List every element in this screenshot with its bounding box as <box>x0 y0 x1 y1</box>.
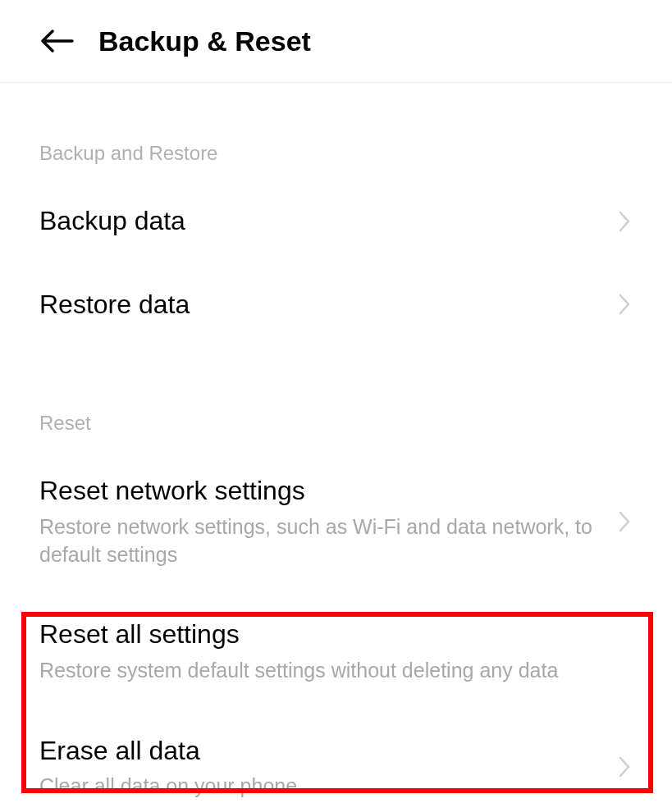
list-item-title: Restore data <box>39 288 606 322</box>
page-header: Backup & Reset <box>0 0 672 83</box>
list-item-text: Restore data <box>39 288 616 322</box>
list-item-title: Reset all settings <box>39 618 623 652</box>
list-item-title: Reset network settings <box>39 474 606 509</box>
back-button[interactable] <box>39 23 75 59</box>
list-item-restore-data[interactable]: Restore data <box>0 263 672 347</box>
list-item-reset-all[interactable]: Reset all settings Restore system defaul… <box>0 593 672 709</box>
section-header-reset: Reset <box>0 412 672 449</box>
list-item-text: Reset all settings Restore system defaul… <box>39 618 633 684</box>
chevron-right-icon <box>616 507 633 536</box>
chevron-right-icon <box>616 752 633 782</box>
list-item-reset-network[interactable]: Reset network settings Restore network s… <box>0 449 672 593</box>
list-item-subtitle: Restore system default settings without … <box>39 657 623 685</box>
list-item-text: Backup data <box>39 204 616 239</box>
chevron-right-icon <box>616 290 633 319</box>
list-item-erase-all[interactable]: Erase all data Clear all data on your ph… <box>0 709 672 812</box>
list-item-subtitle: Restore network settings, such as Wi-Fi … <box>39 513 606 569</box>
list-item-backup-data[interactable]: Backup data <box>0 180 672 263</box>
arrow-left-icon <box>41 30 74 52</box>
page-title: Backup & Reset <box>98 25 311 57</box>
chevron-right-icon <box>616 207 633 236</box>
list-item-text: Erase all data Clear all data on your ph… <box>39 734 616 801</box>
list-item-title: Backup data <box>39 204 606 239</box>
list-item-subtitle: Clear all data on your phone <box>39 773 606 801</box>
list-item-title: Erase all data <box>39 734 606 769</box>
list-item-text: Reset network settings Restore network s… <box>39 474 616 568</box>
section-header-backup: Backup and Restore <box>0 142 672 180</box>
